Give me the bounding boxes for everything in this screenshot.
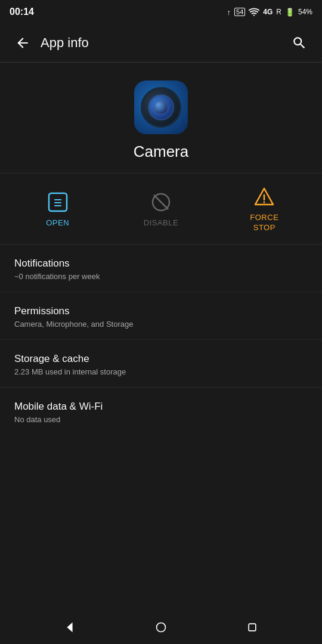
search-button[interactable] xyxy=(286,30,312,56)
nav-back-icon xyxy=(63,621,76,634)
page-title: App info xyxy=(36,35,286,51)
camera-lens-inner xyxy=(148,94,174,120)
nav-home-icon xyxy=(155,621,167,633)
notifications-subtitle: ~0 notifications per week xyxy=(14,272,308,281)
nav-bar xyxy=(0,611,322,644)
svg-line-3 xyxy=(154,195,168,209)
battery-icon: 🔋 xyxy=(285,8,295,17)
permissions-subtitle: Camera, Microphone, and Storage xyxy=(14,320,308,329)
sim-icon: 54 xyxy=(234,8,245,16)
battery-percent: 54% xyxy=(298,8,312,16)
mobile-data-subtitle: No data used xyxy=(14,415,308,424)
back-button[interactable] xyxy=(10,30,36,56)
disable-button[interactable]: DISABLE xyxy=(128,190,194,227)
nav-back-button[interactable] xyxy=(58,615,82,639)
wifi-icon xyxy=(249,8,259,16)
open-button[interactable]: OPEN xyxy=(25,190,91,227)
action-row: OPEN DISABLE FORCESTOP xyxy=(0,174,322,244)
svg-point-8 xyxy=(156,623,165,632)
status-time: 00:14 xyxy=(10,7,34,17)
notifications-title: Notifications xyxy=(14,258,308,270)
top-bar: App info xyxy=(0,24,322,62)
svg-point-6 xyxy=(264,202,265,203)
status-icons: ↑ 54 4G R 🔋 54% xyxy=(227,8,312,17)
signal-icon: 4G xyxy=(263,8,273,16)
storage-cache-title: Storage & cache xyxy=(14,353,308,365)
open-icon xyxy=(45,190,70,215)
force-stop-button[interactable]: FORCESTOP xyxy=(231,184,297,233)
mobile-data-item[interactable]: Mobile data & Wi-Fi No data used xyxy=(0,388,322,424)
upload-icon: ↑ xyxy=(227,8,231,17)
force-stop-label: FORCESTOP xyxy=(250,213,278,233)
search-icon xyxy=(292,35,307,51)
disable-label: DISABLE xyxy=(144,218,178,227)
status-bar: 00:14 ↑ 54 4G R 🔋 54% xyxy=(0,0,322,24)
open-label: OPEN xyxy=(46,218,69,227)
app-name: Camera xyxy=(134,143,188,161)
notifications-item[interactable]: Notifications ~0 notifications per week xyxy=(0,244,322,292)
app-icon-area: Camera xyxy=(0,63,322,173)
app-icon xyxy=(134,80,188,134)
svg-marker-7 xyxy=(67,623,72,633)
permissions-title: Permissions xyxy=(14,305,308,317)
camera-lens-outer xyxy=(141,87,181,128)
permissions-item[interactable]: Permissions Camera, Microphone, and Stor… xyxy=(0,292,322,340)
svg-point-0 xyxy=(253,15,255,16)
disable-icon xyxy=(148,190,174,215)
force-stop-icon xyxy=(252,184,277,209)
back-arrow-icon xyxy=(15,35,30,51)
storage-cache-subtitle: 2.23 MB used in internal storage xyxy=(14,367,308,376)
storage-cache-item[interactable]: Storage & cache 2.23 MB used in internal… xyxy=(0,340,322,388)
nav-recents-icon xyxy=(246,621,258,633)
roaming-icon: R xyxy=(276,8,281,16)
nav-recents-button[interactable] xyxy=(240,615,264,639)
nav-home-button[interactable] xyxy=(149,615,173,639)
mobile-data-title: Mobile data & Wi-Fi xyxy=(14,401,308,413)
svg-rect-9 xyxy=(249,624,256,631)
camera-lens-core xyxy=(154,100,168,114)
